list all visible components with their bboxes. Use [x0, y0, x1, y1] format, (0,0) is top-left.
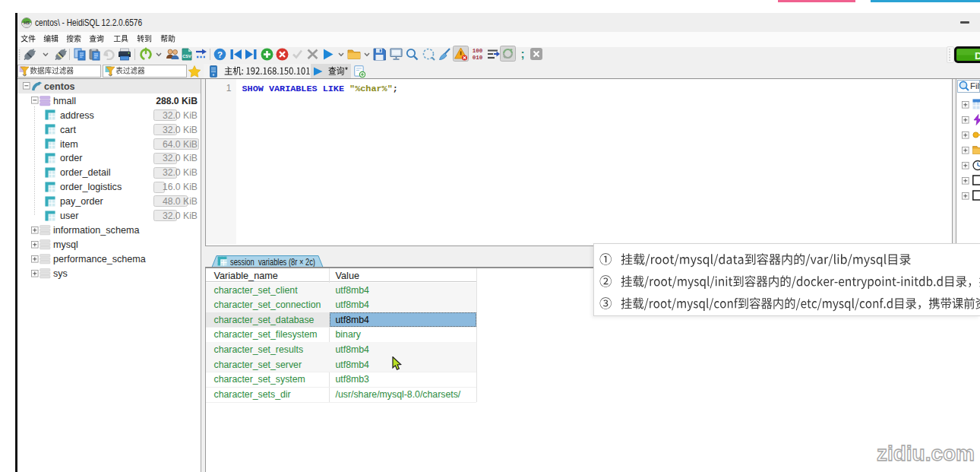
svg-text:D: D: [975, 49, 980, 61]
svg-text:HS: HS: [24, 21, 30, 25]
svg-text:;: ;: [521, 47, 525, 60]
svg-text:100: 100: [473, 48, 483, 54]
svg-text:CSV: CSV: [182, 54, 191, 59]
svg-text:010: 010: [473, 55, 483, 61]
svg-text:?: ?: [217, 49, 223, 59]
